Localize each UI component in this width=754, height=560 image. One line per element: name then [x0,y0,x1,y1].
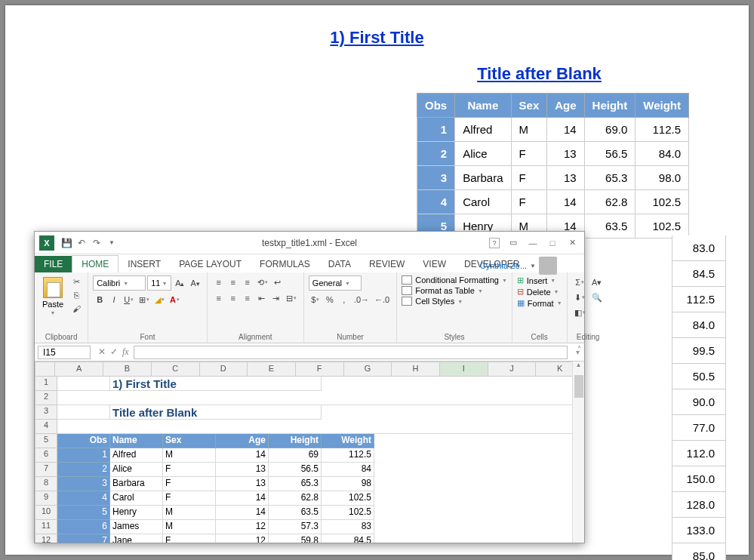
underline-button[interactable]: U [122,293,136,306]
tab-data[interactable]: DATA [319,256,360,272]
cell[interactable]: James [110,520,163,534]
increase-indent-icon[interactable]: ⇥ [269,291,283,305]
number-format-select[interactable]: General▼ [309,275,362,291]
fill-icon[interactable]: ⬇ [572,291,588,304]
tab-review[interactable]: REVIEW [360,256,414,272]
cell[interactable]: 62.8 [269,491,322,506]
cell[interactable]: 5 [57,506,110,520]
col-header[interactable]: A [55,362,103,377]
row-header[interactable]: 8 [35,477,57,491]
align-left-icon[interactable]: ≡ [212,291,226,305]
qat-dropdown-icon[interactable]: ▼ [104,235,119,251]
insert-cells-button[interactable]: ⊞Insert▼ [517,275,562,285]
conditional-formatting-button[interactable]: Conditional Formatting▼ [402,275,507,285]
cell[interactable]: 7 [57,534,110,543]
autosum-icon[interactable]: Σ [572,275,588,289]
cell[interactable]: 84 [322,463,374,477]
scroll-up-icon[interactable]: ▲ [573,362,584,374]
cell[interactable]: Barbara [110,477,163,491]
sheet-title-2[interactable]: Title after Blank [110,405,322,420]
name-box[interactable] [38,346,91,359]
col-header[interactable]: B [103,362,152,377]
cell[interactable]: 12 [216,534,269,543]
help-icon[interactable]: ? [489,238,500,248]
tab-formulas[interactable]: FORMULAS [251,256,319,272]
scrollbar-thumb[interactable] [574,375,583,398]
undo-icon[interactable]: ↶ [74,235,89,251]
increase-font-icon[interactable]: A▴ [173,276,186,290]
worksheet-grid[interactable]: A B C D E F G H I J K 11) First Title 2 … [35,362,584,543]
italic-button[interactable]: I [107,293,121,306]
sheet-title-1[interactable]: 1) First Title [110,377,322,391]
cell[interactable]: 65.3 [269,477,322,491]
paste-button[interactable]: Paste ▼ [39,275,66,317]
save-icon[interactable]: 💾 [59,235,74,251]
cell[interactable]: 14 [216,448,269,463]
tab-view[interactable]: VIEW [414,256,455,272]
cell[interactable]: 69 [269,448,322,463]
cell[interactable]: 13 [216,463,269,477]
title-bar[interactable]: X 💾 ↶ ↷ ▼ testxp_title1.xml - Excel ? ▭ … [35,232,584,254]
row-header[interactable]: 10 [35,506,57,520]
cell[interactable]: M [163,520,216,534]
cell[interactable]: F [163,477,216,491]
clear-icon[interactable]: ◧ [572,306,588,319]
format-painter-icon[interactable]: 🖌 [69,303,83,315]
fx-icon[interactable]: fx [122,346,129,358]
font-size-select[interactable]: 11▼ [147,275,171,291]
cell[interactable]: 56.5 [269,463,322,477]
col-header[interactable]: D [200,362,248,377]
cell[interactable]: Alice [110,463,163,477]
cell[interactable]: 14 [216,491,269,506]
col-header[interactable]: C [152,362,200,377]
cell[interactable]: M [163,506,216,520]
minimize-button[interactable]: — [524,235,542,251]
merge-center-icon[interactable]: ⊟ [284,291,299,305]
cell[interactable]: 6 [57,520,110,534]
font-name-select[interactable]: Calibri▼ [93,275,146,291]
row-header[interactable]: 9 [35,491,57,506]
cell[interactable]: F [163,463,216,477]
format-cells-button[interactable]: ▦Format▼ [517,298,562,308]
cell[interactable]: Henry [110,506,163,520]
excel-app-icon[interactable]: X [39,235,54,251]
cell[interactable]: 102.5 [322,506,374,520]
decrease-indent-icon[interactable]: ⇤ [255,291,269,305]
orientation-icon[interactable]: ⟲ [255,275,270,289]
align-center-icon[interactable]: ≡ [226,291,240,305]
wrap-text-icon[interactable]: ↩ [271,275,285,289]
cell[interactable]: 4 [57,491,110,506]
select-all-corner[interactable] [35,362,55,377]
cell[interactable]: Alfred [110,448,163,463]
cell[interactable]: 3 [57,477,110,491]
cell[interactable]: M [163,448,216,463]
col-header[interactable]: H [392,362,440,377]
cell[interactable]: Jane [110,534,163,543]
cell[interactable]: 84.5 [322,534,374,543]
enter-formula-icon[interactable]: ✓ [110,346,118,358]
cell[interactable]: F [163,491,216,506]
user-account[interactable]: Cynthia Ze... ▼ [480,257,557,275]
fill-color-button[interactable]: ◢ [152,293,167,306]
cancel-formula-icon[interactable]: ✕ [98,346,106,358]
tab-page-layout[interactable]: PAGE LAYOUT [170,256,251,272]
cell[interactable]: 2 [57,463,110,477]
cell[interactable]: 1 [57,448,110,463]
redo-icon[interactable]: ↷ [89,235,104,251]
close-button[interactable]: ✕ [563,235,581,251]
tab-insert[interactable]: INSERT [118,256,170,272]
cell[interactable]: 83 [322,520,374,534]
col-header[interactable]: F [296,362,344,377]
percent-format-icon[interactable]: % [323,293,337,306]
align-top-icon[interactable]: ≡ [212,275,226,289]
col-header[interactable]: J [488,362,537,377]
align-bottom-icon[interactable]: ≡ [241,275,254,289]
align-right-icon[interactable]: ≡ [241,291,254,305]
decrease-font-icon[interactable]: A▾ [188,276,202,290]
decrease-decimal-icon[interactable]: ←.0 [372,293,392,306]
row-header[interactable]: 5 [35,434,57,448]
cell[interactable]: 59.8 [269,534,322,543]
copy-icon[interactable]: ⎘ [69,289,83,301]
cell[interactable]: 102.5 [322,491,374,506]
maximize-button[interactable]: □ [543,235,562,251]
